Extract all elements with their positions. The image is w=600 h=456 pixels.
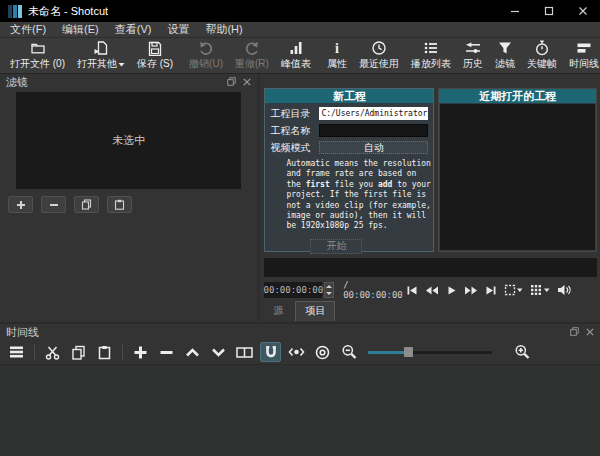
properties-button[interactable]: i 属性 — [321, 39, 353, 73]
split-button[interactable] — [234, 342, 255, 362]
timeline-button[interactable]: 时间线 — [563, 39, 600, 73]
skip-to-end-button[interactable] — [485, 285, 497, 296]
duration-separator: / — [343, 280, 348, 290]
video-mode-label: 视频模式 — [270, 141, 314, 155]
overwrite-button[interactable] — [208, 342, 229, 362]
recent-projects-title: 近期打开的工程 — [439, 89, 596, 103]
position-timecode[interactable]: 00:00:00:00 — [264, 282, 322, 298]
redo-icon — [244, 40, 260, 56]
menu-file[interactable]: 文件(F) — [2, 22, 54, 37]
timeline-tracks-area[interactable] — [0, 364, 600, 456]
peak-meter-button[interactable]: 峰值表 — [275, 39, 317, 73]
paste-filters-button[interactable] — [107, 196, 132, 213]
rewind-button[interactable] — [425, 285, 439, 296]
playlist-button[interactable]: 播放列表 — [405, 39, 457, 73]
play-button[interactable] — [446, 285, 457, 296]
save-button[interactable]: 保存 (S) — [131, 39, 179, 73]
timeline-zoom-slider[interactable] — [368, 346, 492, 358]
recent-button[interactable]: 最近使用 — [353, 39, 405, 73]
maximize-button[interactable] — [532, 0, 566, 22]
menu-view[interactable]: 查看(V) — [107, 22, 160, 37]
minimize-button[interactable] — [498, 0, 532, 22]
start-button[interactable]: 开始 — [310, 239, 362, 254]
zoom-out-button[interactable] — [338, 342, 359, 362]
recent-projects-list[interactable] — [440, 104, 595, 250]
titlebar: 未命名 - Shotcut — [0, 0, 600, 22]
close-panel-icon[interactable] — [586, 326, 594, 338]
recent-projects-panel: 近期打开的工程 — [438, 88, 597, 252]
seek-bar[interactable] — [264, 258, 597, 277]
timeline-panel-header: 时间线 — [0, 324, 600, 340]
close-button[interactable] — [566, 0, 600, 22]
scrub-while-dragging-toggle[interactable] — [286, 342, 307, 362]
video-mode-select[interactable]: 自动 — [319, 141, 428, 154]
open-other-button[interactable]: 打开其他 — [71, 39, 131, 73]
filters-icon — [497, 40, 513, 56]
transport-controls: 00:00:00:00 / 00:00:00:00 — [264, 280, 597, 300]
timecode-spinner[interactable] — [324, 282, 334, 298]
float-panel-icon[interactable] — [570, 326, 579, 338]
copy-button[interactable] — [68, 342, 89, 362]
ripple-delete-button[interactable] — [156, 342, 177, 362]
float-panel-icon[interactable] — [227, 76, 236, 88]
recent-icon — [371, 40, 387, 56]
redo-button[interactable]: 重做(R) — [229, 39, 275, 73]
player-tabs: 源 项目 — [264, 301, 597, 321]
filters-empty-text: 未选中 — [112, 133, 145, 148]
in-out-region-button[interactable] — [504, 284, 523, 296]
snap-toggle[interactable] — [260, 342, 281, 362]
project-dir-input[interactable]: C:/Users/Administrator/Videos — [319, 107, 428, 120]
keyframes-icon — [534, 40, 550, 56]
history-button[interactable]: 历史 — [457, 39, 489, 73]
menu-settings[interactable]: 设置 — [159, 22, 197, 37]
append-button[interactable] — [130, 342, 151, 362]
menubar: 文件(F) 编辑(E) 查看(V) 设置 帮助(H) — [0, 22, 600, 38]
tab-source[interactable]: 源 — [264, 302, 292, 321]
close-panel-icon[interactable] — [243, 76, 251, 88]
filters-panel-title: 滤镜 — [6, 75, 28, 90]
cut-button[interactable] — [42, 342, 63, 362]
open-other-icon — [93, 40, 109, 56]
timeline-icon — [576, 40, 592, 56]
remove-filter-button[interactable] — [41, 196, 66, 213]
keyframes-button[interactable]: 关键帧 — [521, 39, 563, 73]
history-icon — [465, 40, 481, 56]
undo-button[interactable]: 撤销(U) — [183, 39, 229, 73]
timeline-panel-title: 时间线 — [6, 325, 39, 340]
copy-filters-button[interactable] — [74, 196, 99, 213]
fast-forward-button[interactable] — [464, 285, 478, 296]
zoom-slider-handle[interactable] — [404, 347, 413, 357]
timeline-toolbar-separator — [122, 345, 123, 360]
paste-button[interactable] — [94, 342, 115, 362]
timeline-panel: 时间线 — [0, 322, 600, 456]
menu-help[interactable]: 帮助(H) — [197, 22, 250, 37]
open-file-icon — [30, 40, 46, 56]
duration-timecode: 00:00:00:00 — [343, 290, 403, 300]
zoom-in-button[interactable] — [511, 342, 532, 362]
new-project-title: 新工程 — [265, 89, 433, 103]
new-project-panel: 新工程 工程目录 C:/Users/Administrator/Videos 工… — [264, 88, 434, 252]
tab-project[interactable]: 项目 — [295, 301, 335, 321]
peak-meter-icon — [288, 40, 304, 56]
add-filter-button[interactable] — [8, 196, 33, 213]
save-icon — [147, 40, 163, 56]
filters-button[interactable]: 滤镜 — [489, 39, 521, 73]
properties-icon: i — [329, 40, 345, 56]
undo-icon — [198, 40, 214, 56]
spin-down-icon[interactable] — [325, 290, 333, 297]
timeline-menu-button[interactable] — [6, 342, 27, 362]
lift-button[interactable] — [182, 342, 203, 362]
filters-panel: 滤镜 未选中 — [0, 74, 260, 322]
project-name-input[interactable] — [319, 124, 428, 137]
ripple-toggle[interactable] — [312, 342, 333, 362]
filters-empty-state: 未选中 — [16, 92, 241, 189]
skip-to-start-button[interactable] — [406, 285, 418, 296]
grid-button[interactable] — [530, 284, 550, 296]
new-project-description: Automatic means the resolution and frame… — [286, 159, 432, 232]
filters-panel-header: 滤镜 — [0, 74, 257, 90]
timeline-toolbar-separator — [34, 345, 35, 360]
spin-up-icon[interactable] — [325, 283, 333, 290]
volume-button[interactable] — [557, 284, 571, 296]
open-file-button[interactable]: 打开文件 (0) — [4, 39, 71, 73]
menu-edit[interactable]: 编辑(E) — [54, 22, 107, 37]
